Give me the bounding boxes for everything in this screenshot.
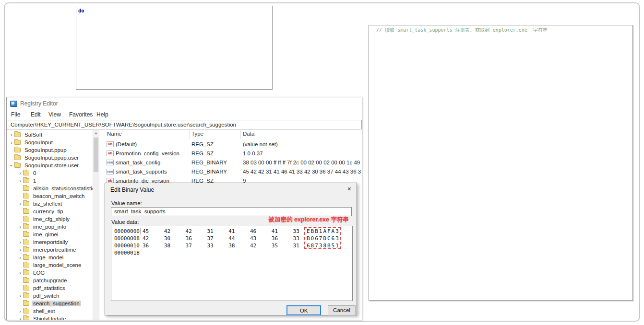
ascii-char[interactable]: 7	[319, 235, 322, 242]
hex-byte[interactable]: 45	[143, 228, 149, 235]
tree-item-label[interactable]: ShiplyUpdate	[32, 316, 67, 320]
tree-item-large_model_scene[interactable]: large_model_scene	[17, 261, 83, 269]
tree-item-SogouInput.ppup.user[interactable]: SogouInput.ppup.user	[9, 154, 80, 162]
ascii-char[interactable]: 6	[315, 235, 318, 242]
tree-item-pdf_switch[interactable]: ›pdf_switch	[17, 292, 60, 300]
ok-button[interactable]: OK	[286, 305, 321, 315]
hex-byte[interactable]: 36	[143, 242, 149, 249]
ascii-char[interactable]: 6	[307, 242, 310, 249]
tree-item-allskin_statusiconstatistics[interactable]: allskin_statusiconstatistics	[17, 185, 93, 192]
tree-item-currency_tip[interactable]: currency_tip	[17, 208, 65, 215]
menu-favorites[interactable]: Favorites	[69, 111, 93, 118]
chevron-right-icon[interactable]: ›	[17, 201, 23, 206]
menu-view[interactable]: View	[48, 111, 61, 118]
chevron-right-icon[interactable]: ›	[17, 270, 23, 275]
hex-byte[interactable]: 42	[143, 235, 149, 242]
chevron-right-icon[interactable]: ›	[9, 140, 14, 145]
tree-item-label[interactable]: imereportrealtime	[32, 247, 77, 253]
hex-byte[interactable]: 33	[207, 242, 213, 249]
scrollbar-thumb[interactable]	[94, 138, 98, 172]
ascii-char[interactable]: 3	[335, 228, 339, 235]
hex-byte[interactable]: 43	[250, 235, 256, 242]
hex-byte[interactable]: 33	[293, 235, 299, 242]
menu-file[interactable]: File	[11, 111, 20, 118]
tree-item-label[interactable]: search_suggestion	[32, 301, 81, 306]
chevron-right-icon[interactable]: ›	[17, 316, 23, 320]
tree-item-label[interactable]: SogouInput.ppup	[23, 147, 68, 153]
tree-item-SogouInput.ppup[interactable]: SogouInput.ppup	[9, 146, 68, 154]
hex-byte[interactable]: 44	[228, 235, 235, 242]
ascii-char[interactable]: 6	[332, 235, 335, 242]
tree-item-label[interactable]: ime_pop_info	[32, 224, 68, 230]
value-row-Promotion_config_version[interactable]: abPromotion_config_versionREG_SZ1.0.0.37	[100, 150, 362, 159]
tree-item-label[interactable]: beacon_main_switch	[32, 193, 86, 199]
ascii-char[interactable]: E	[307, 228, 310, 235]
name-cell[interactable]: ab(Default)	[107, 141, 137, 147]
hex-byte[interactable]: 38	[228, 242, 235, 249]
tree-item-label[interactable]: patchupgrade	[32, 278, 68, 283]
tree-item-beacon_main_switch[interactable]: beacon_main_switch	[17, 192, 86, 200]
column-header-type[interactable]: Type	[191, 131, 203, 137]
ascii-char[interactable]: 7	[315, 242, 318, 249]
tree-item-imereportrealtime[interactable]: ›imereportrealtime	[17, 246, 77, 254]
ascii-char[interactable]: 8	[323, 242, 326, 249]
chevron-right-icon[interactable]: ›	[17, 247, 23, 252]
name-cell[interactable]: 0101smart_task_config	[107, 160, 160, 165]
tree-item-label[interactable]: SogouInput.ppup.user	[23, 155, 80, 161]
tree-item-label[interactable]: allskin_statusiconstatistics	[32, 186, 93, 191]
tree-item-label[interactable]: SogouInput	[23, 139, 54, 145]
chevron-right-icon[interactable]: ›	[17, 224, 23, 229]
chevron-right-icon[interactable]: ›	[17, 240, 23, 244]
column-header-name[interactable]: Name	[107, 131, 122, 137]
chevron-down-icon[interactable]: ›	[9, 162, 14, 168]
tree-item-label[interactable]: shell_ext	[32, 308, 56, 314]
column-separator[interactable]	[189, 130, 190, 139]
tree-item-biz_shellext[interactable]: ›biz_shellext	[17, 200, 63, 208]
scroll-up-arrow-icon[interactable]	[95, 132, 97, 134]
ascii-char[interactable]: F	[327, 228, 331, 235]
hex-byte[interactable]: 31	[293, 242, 299, 249]
tree-item-label[interactable]: large_model_scene	[32, 262, 83, 268]
hex-byte[interactable]: 35	[272, 242, 278, 249]
tree-item-shell_ext[interactable]: ›shell_ext	[17, 307, 56, 315]
chevron-right-icon[interactable]: ›	[17, 255, 23, 260]
tree-item-label[interactable]: large_model	[32, 255, 65, 260]
menu-edit[interactable]: Edit	[31, 111, 41, 118]
hex-byte[interactable]: 31	[207, 228, 213, 235]
name-cell[interactable]: abPromotion_config_version	[107, 151, 179, 156]
hex-byte[interactable]: 41	[228, 228, 235, 235]
tree-item-SogouInput.store.user[interactable]: ›SogouInput.store.user	[9, 162, 80, 169]
ascii-char[interactable]: 3	[335, 235, 339, 242]
tree-item-label[interactable]: ime_qimei	[32, 232, 60, 237]
chevron-right-icon[interactable]: ›	[17, 171, 23, 175]
ascii-char[interactable]: B	[307, 235, 310, 242]
chevron-right-icon[interactable]: ›	[17, 178, 23, 183]
tree-item-label[interactable]: biz_shellext	[32, 201, 63, 207]
value-row-(Default)[interactable]: ab(Default)REG_SZ(value not set)	[100, 140, 362, 150]
tree-item-SalSoft[interactable]: ›SalSoft	[9, 131, 44, 139]
tree-item-large_model[interactable]: ›large_model	[17, 254, 65, 261]
tree-scrollbar[interactable]	[93, 130, 99, 320]
chevron-right-icon[interactable]: ›	[17, 309, 23, 313]
ascii-char[interactable]: 5	[332, 242, 335, 249]
tree-item-ime_cfg_shiply[interactable]: ime_cfg_shiply	[17, 215, 71, 223]
close-icon[interactable]: ×	[347, 186, 351, 192]
tree-item-1[interactable]: ›1	[17, 177, 37, 185]
ascii-char[interactable]: 1	[335, 242, 339, 249]
tree-item-0[interactable]: ›0	[17, 169, 37, 177]
ascii-char[interactable]: 0	[311, 235, 314, 242]
tree-item-label[interactable]: 1	[32, 178, 37, 184]
tree-item-label[interactable]: 0	[32, 170, 37, 176]
tree-item-label[interactable]: pdf_statistics	[32, 285, 66, 291]
tree-item-label[interactable]: pdf_switch	[32, 293, 60, 299]
hex-byte[interactable]: 42	[250, 242, 256, 249]
name-cell[interactable]: 0101smart_task_supports	[107, 169, 167, 174]
tree-item-ime_qimei[interactable]: ime_qimei	[17, 231, 60, 238]
ascii-char[interactable]: B	[315, 228, 318, 235]
ascii-char[interactable]: D	[323, 235, 326, 242]
value-row-smart_task_config[interactable]: 0101smart_task_configREG_BINARY38 03 00 …	[100, 159, 362, 168]
column-header-data[interactable]: Data	[243, 131, 254, 137]
tree-item-label[interactable]: currency_tip	[32, 209, 65, 214]
hex-byte[interactable]: 36	[186, 235, 192, 242]
value-row-smart_task_supports[interactable]: 0101smart_task_supportsREG_BINARY45 42 4…	[100, 168, 362, 177]
